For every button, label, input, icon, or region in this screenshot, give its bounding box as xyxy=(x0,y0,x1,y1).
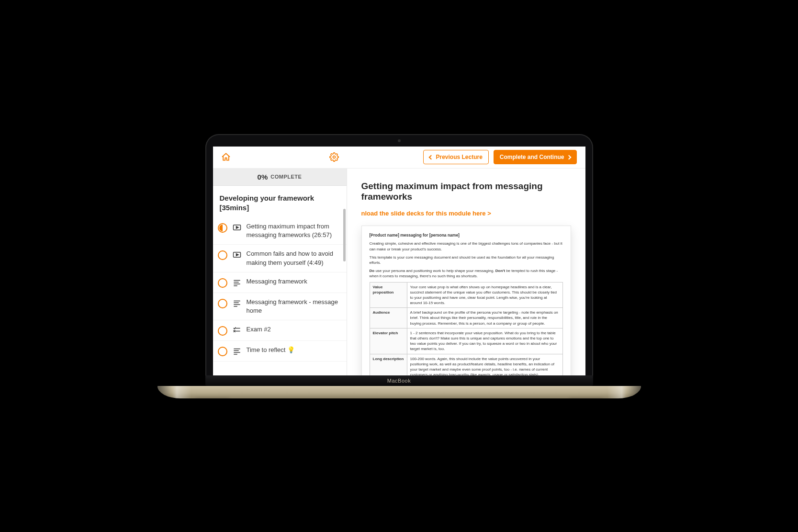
svg-marker-2 xyxy=(236,226,238,229)
video-icon xyxy=(232,223,242,239)
doc-row-key: Value proposition xyxy=(370,282,407,308)
laptop-lid: Previous Lecture Complete and Continue 0… xyxy=(205,134,593,386)
text-icon xyxy=(232,278,242,288)
table-row: Value propositionYour core value prop is… xyxy=(370,282,562,308)
topbar: Previous Lecture Complete and Continue xyxy=(213,147,585,169)
doc-table: Value propositionYour core value prop is… xyxy=(370,282,563,381)
lesson-status-icon xyxy=(218,347,227,356)
doc-p1: Creating simple, cohesive and effective … xyxy=(370,241,563,251)
topbar-left xyxy=(213,151,347,163)
text-icon xyxy=(232,299,242,315)
lesson-item[interactable]: Common fails and how to avoid making the… xyxy=(213,245,347,272)
lesson-label: Time to reflect 💡 xyxy=(247,346,340,356)
doc-row-val: 1 - 2 sentences that incorporate your va… xyxy=(407,328,562,354)
progress-label: COMPLETE xyxy=(270,174,302,180)
doc-row-key: Audience xyxy=(370,308,407,328)
doc-p3-dont: Don't xyxy=(495,269,505,273)
sidebar: 0% COMPLETE Developing your framework [3… xyxy=(213,169,347,381)
previous-lecture-button[interactable]: Previous Lecture xyxy=(423,150,488,164)
app-body: 0% COMPLETE Developing your framework [3… xyxy=(213,169,585,381)
main-content[interactable]: Getting maximum impact from messaging fr… xyxy=(347,169,585,381)
doc-heading: [Product name] messaging for [persona na… xyxy=(370,233,563,238)
lesson-status-icon xyxy=(218,278,227,288)
complete-continue-label: Complete and Continue xyxy=(500,154,564,160)
svg-point-0 xyxy=(333,156,335,158)
doc-p2: This template is your core messaging doc… xyxy=(370,255,563,265)
gear-icon[interactable] xyxy=(328,151,340,163)
laptop-base xyxy=(157,386,641,398)
device-brand: MacBook xyxy=(387,378,411,384)
scrollbar-thumb[interactable] xyxy=(343,209,346,261)
screen: Previous Lecture Complete and Continue 0… xyxy=(213,147,585,381)
video-icon xyxy=(232,250,242,267)
previous-lecture-label: Previous Lecture xyxy=(436,154,482,160)
doc-row-val: Your core value prop is what often shows… xyxy=(407,282,562,308)
lesson-label: Getting maximum impact from messaging fr… xyxy=(247,222,340,239)
lesson-status-icon xyxy=(218,299,227,308)
text-icon xyxy=(232,347,242,356)
doc-p3-mid1: use your persona and positioning work to… xyxy=(374,269,495,273)
lesson-label: Exam #2 xyxy=(247,325,340,336)
progress-percent: 0% xyxy=(258,173,268,181)
lesson-label: Messaging framework xyxy=(247,277,340,288)
lesson-list[interactable]: Getting maximum impact from messaging fr… xyxy=(213,217,347,381)
download-slides-link[interactable]: nload the slide decks for this module he… xyxy=(361,210,491,217)
doc-row-val: A brief background on the profile of the… xyxy=(407,308,562,328)
lesson-item[interactable]: Time to reflect 💡 xyxy=(213,341,347,362)
lesson-status-icon xyxy=(218,250,227,260)
page-title: Getting maximum impact from messaging fr… xyxy=(361,181,571,202)
laptop-hinge: MacBook xyxy=(205,375,593,386)
macbook-mockup: Previous Lecture Complete and Continue 0… xyxy=(157,134,641,398)
complete-continue-button[interactable]: Complete and Continue xyxy=(494,150,577,164)
doc-p3: Do use your persona and positioning work… xyxy=(370,268,563,279)
messaging-template-card: [Product name] messaging for [persona na… xyxy=(361,226,571,381)
progress-strip: 0% COMPLETE xyxy=(213,169,347,186)
table-row: AudienceA brief background on the profil… xyxy=(370,308,562,328)
lesson-label: Messaging framework - message home xyxy=(247,298,340,315)
lesson-status-icon xyxy=(218,326,227,336)
table-row: Elevator pitch1 - 2 sentences that incor… xyxy=(370,328,562,354)
section-title: Developing your framework [35mins] xyxy=(213,186,347,218)
topbar-right: Previous Lecture Complete and Continue xyxy=(347,150,585,164)
chevron-left-icon xyxy=(429,155,434,159)
lesson-item[interactable]: Messaging framework - message home xyxy=(213,293,347,320)
doc-p3-do: Do xyxy=(370,269,375,273)
lesson-item[interactable]: Messaging framework xyxy=(213,272,347,293)
course-app: Previous Lecture Complete and Continue 0… xyxy=(213,147,585,381)
camera-dot xyxy=(398,139,401,142)
lesson-item[interactable]: Getting maximum impact from messaging fr… xyxy=(213,217,347,245)
chevron-right-icon xyxy=(566,155,571,159)
lesson-status-icon xyxy=(218,223,227,233)
quiz-icon xyxy=(232,326,242,336)
svg-marker-4 xyxy=(236,254,238,256)
home-icon[interactable] xyxy=(220,151,232,163)
lesson-label: Common fails and how to avoid making the… xyxy=(247,249,340,267)
doc-row-key: Elevator pitch xyxy=(370,328,407,354)
lesson-item[interactable]: Exam #2 xyxy=(213,320,347,341)
